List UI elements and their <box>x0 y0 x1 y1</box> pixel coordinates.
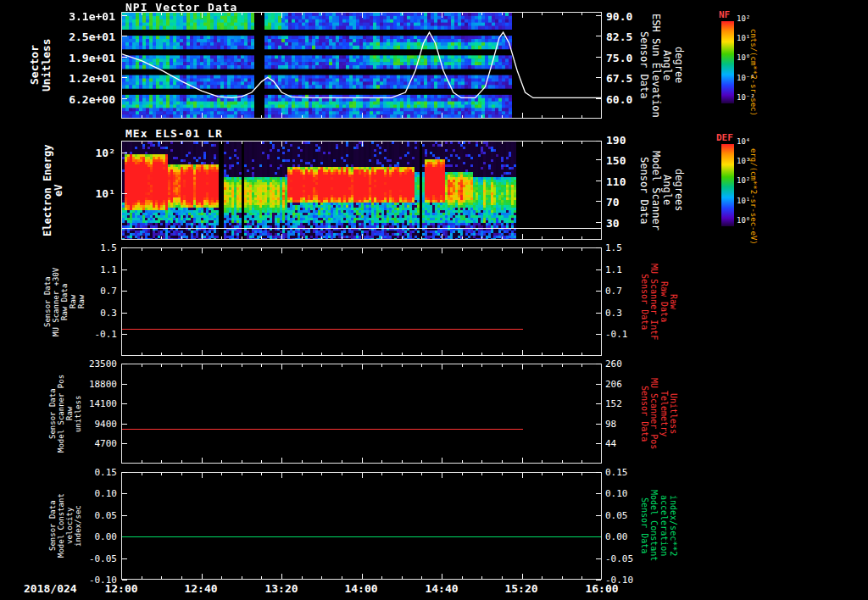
x-axis-tick <box>542 13 542 15</box>
y-axis-tick <box>122 403 127 404</box>
mu-scanner-30v-y-axis-label: Sensor Data MU Scanner +30V Raw Data Raw… <box>44 247 88 356</box>
x-axis-tick-4: 14:40 <box>416 582 467 595</box>
x-axis-tick <box>442 234 442 239</box>
p3-right-tick-4: -0.1 <box>605 329 641 340</box>
x-axis-tick <box>342 142 342 144</box>
p4-left-tick-0: 23500 <box>85 358 117 369</box>
p3-right-tick-1: 1.1 <box>605 264 641 275</box>
x-axis-tick <box>221 460 222 463</box>
p4-left-tick-3: 9400 <box>85 419 117 430</box>
axis-label-line: Sector <box>29 12 41 119</box>
x-axis-tick <box>381 353 382 355</box>
y-axis-tick <box>122 247 127 248</box>
y-axis-tick <box>122 291 127 292</box>
x-axis-tick <box>522 113 523 118</box>
x-axis-tick <box>402 576 403 579</box>
x-axis-tick <box>221 115 222 118</box>
axis-label-line: Angle <box>661 141 673 240</box>
x-axis-tick <box>242 364 242 367</box>
x-axis-tick <box>502 248 503 251</box>
p3-right-tick-3: 0.3 <box>605 308 641 319</box>
y-axis-tick <box>122 36 127 36</box>
x-axis-tick-5: 15:20 <box>496 582 547 595</box>
x-axis-tick <box>542 353 542 355</box>
x-axis-tick <box>421 364 422 367</box>
x-axis-tick <box>581 248 582 251</box>
x-axis-tick <box>161 236 162 239</box>
p2-right-tick-4: 30 <box>606 217 650 230</box>
x-axis-tick <box>502 460 503 463</box>
y-axis-tick <box>122 153 127 153</box>
x-axis-tick <box>302 13 303 15</box>
x-axis-tick <box>142 460 142 463</box>
x-axis-tick <box>362 473 363 478</box>
x-axis-tick <box>402 13 403 15</box>
axis-label-line: index/sec <box>75 472 83 580</box>
x-axis-tick <box>302 353 303 355</box>
axis-label-line: Unitless <box>41 12 53 119</box>
x-axis-tick <box>421 115 422 118</box>
p3-right-tick-2: 0.7 <box>605 286 641 297</box>
y-axis-tick <box>596 141 601 142</box>
x-axis-tick <box>481 364 482 367</box>
y-axis-tick <box>596 15 601 16</box>
x-axis-tick <box>402 115 403 118</box>
y-axis-tick <box>596 222 601 223</box>
y-axis-tick <box>596 403 601 404</box>
x-axis-tick <box>181 115 182 118</box>
x-axis-tick <box>362 142 363 147</box>
x-axis-tick <box>321 364 322 367</box>
constant-line-1 <box>122 429 523 430</box>
p5-left-tick-2: 0.05 <box>85 510 117 521</box>
x-axis-tick <box>281 234 282 239</box>
y-axis-tick <box>122 472 127 473</box>
x-axis-tick <box>362 458 363 463</box>
x-axis-tick <box>442 113 442 118</box>
x-axis-tick <box>502 353 503 355</box>
p1-left-tick-2: 1.9e+01 <box>59 52 115 64</box>
x-axis-tick <box>381 115 382 118</box>
x-axis-tick <box>581 460 582 463</box>
npi-y-axis-label: Sector Unitless <box>29 12 59 119</box>
y-axis-tick <box>596 443 601 444</box>
x-axis-tick <box>321 236 322 239</box>
y-axis-tick <box>596 472 601 473</box>
y-axis-tick <box>596 201 601 202</box>
p1-left-tick-0: 3.1e+01 <box>59 10 115 23</box>
p4-right-tick-4: 44 <box>605 438 641 449</box>
x-axis-tick <box>281 248 282 253</box>
x-axis-tick <box>381 13 382 15</box>
x-axis-tick <box>181 13 182 15</box>
p4-left-tick-1: 18800 <box>85 379 117 390</box>
x-axis-tick <box>342 248 342 251</box>
x-axis-tick <box>421 248 422 251</box>
p4-right-tick-0: 260 <box>605 358 641 369</box>
x-axis-tick <box>261 142 262 144</box>
x-axis-tick <box>321 13 322 15</box>
x-axis-tick <box>221 248 222 251</box>
x-axis-tick <box>142 248 142 251</box>
x-axis-tick-3: 14:00 <box>336 582 387 595</box>
y-axis-tick <box>122 77 127 78</box>
x-axis-tick-1: 12:40 <box>175 582 226 595</box>
constant-line-2 <box>122 536 601 537</box>
x-axis-tick <box>462 353 463 355</box>
x-axis-tick <box>161 353 162 355</box>
x-axis-tick <box>402 248 403 251</box>
x-axis-tick <box>502 142 503 144</box>
x-axis-tick <box>242 13 242 15</box>
x-axis-tick <box>442 13 442 18</box>
y-axis-tick <box>596 313 601 314</box>
mu-scanner-intf-right-axis-label: Sensor Data MU Scanner IntF Raw Data Raw <box>639 247 680 356</box>
x-axis-tick <box>402 353 403 355</box>
y-axis-tick <box>122 558 127 559</box>
x-axis-tick <box>402 460 403 463</box>
x-axis-tick <box>462 473 463 475</box>
y-axis-tick <box>122 384 127 385</box>
x-axis-tick <box>302 576 303 579</box>
x-axis-tick <box>562 142 563 144</box>
npi-panel-title: NPI Vector Data <box>125 1 237 14</box>
axis-label-line: unitless <box>75 364 83 464</box>
x-axis-tick <box>381 460 382 463</box>
x-axis-tick-2: 13:20 <box>256 582 307 595</box>
